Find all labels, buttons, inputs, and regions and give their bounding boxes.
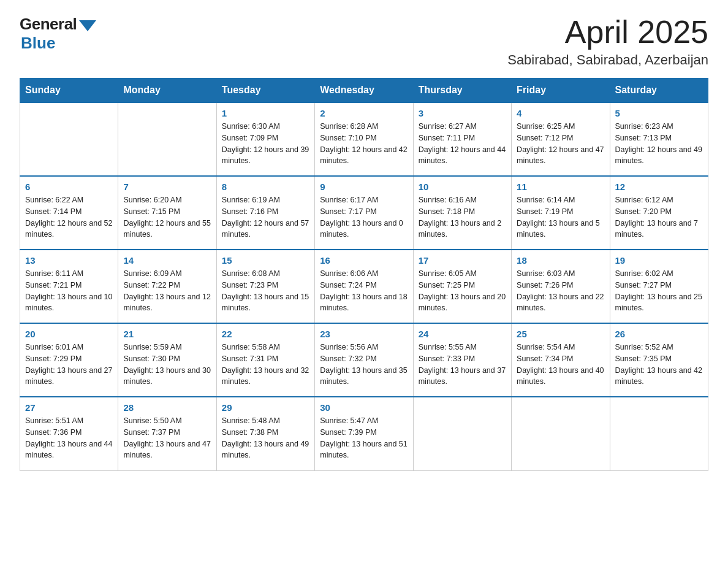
calendar-day-cell: 23Sunrise: 5:56 AMSunset: 7:32 PMDayligh… [315, 323, 413, 397]
day-number: 25 [517, 329, 604, 339]
day-info: Sunrise: 6:19 AMSunset: 7:16 PMDaylight:… [222, 194, 309, 240]
day-number: 12 [615, 182, 703, 192]
day-number: 9 [320, 182, 408, 192]
day-number: 30 [320, 402, 408, 413]
day-number: 2 [320, 108, 408, 118]
day-info: Sunrise: 5:56 AMSunset: 7:32 PMDaylight:… [320, 342, 408, 388]
calendar-day-cell: 18Sunrise: 6:03 AMSunset: 7:26 PMDayligh… [512, 250, 610, 323]
calendar-day-cell: 24Sunrise: 5:55 AMSunset: 7:33 PMDayligh… [413, 323, 511, 397]
day-info: Sunrise: 5:54 AMSunset: 7:34 PMDaylight:… [517, 342, 604, 388]
day-info: Sunrise: 5:47 AMSunset: 7:39 PMDaylight:… [320, 415, 408, 461]
month-title: April 2025 [507, 15, 708, 50]
day-number: 10 [419, 182, 506, 192]
location-title: Sabirabad, Sabirabad, Azerbaijan [507, 52, 708, 68]
day-info: Sunrise: 5:51 AMSunset: 7:36 PMDaylight:… [25, 415, 113, 461]
calendar-day-cell: 9Sunrise: 6:17 AMSunset: 7:17 PMDaylight… [315, 176, 413, 250]
calendar-day-cell: 21Sunrise: 5:59 AMSunset: 7:30 PMDayligh… [118, 323, 216, 397]
calendar-day-cell: 16Sunrise: 6:06 AMSunset: 7:24 PMDayligh… [315, 250, 413, 323]
day-info: Sunrise: 6:06 AMSunset: 7:24 PMDaylight:… [320, 268, 408, 314]
calendar-week-row: 6Sunrise: 6:22 AMSunset: 7:14 PMDaylight… [20, 176, 708, 250]
day-number: 7 [123, 182, 211, 192]
day-number: 4 [517, 108, 604, 118]
calendar-day-cell: 8Sunrise: 6:19 AMSunset: 7:16 PMDaylight… [216, 176, 314, 250]
day-info: Sunrise: 6:30 AMSunset: 7:09 PMDaylight:… [222, 121, 309, 167]
calendar-week-row: 27Sunrise: 5:51 AMSunset: 7:36 PMDayligh… [20, 397, 708, 470]
title-section: April 2025 Sabirabad, Sabirabad, Azerbai… [507, 15, 708, 68]
day-info: Sunrise: 6:23 AMSunset: 7:13 PMDaylight:… [615, 121, 703, 167]
day-number: 1 [222, 108, 309, 118]
day-info: Sunrise: 6:16 AMSunset: 7:18 PMDaylight:… [419, 194, 506, 240]
calendar-day-cell: 10Sunrise: 6:16 AMSunset: 7:18 PMDayligh… [413, 176, 511, 250]
day-number: 26 [615, 329, 703, 339]
day-info: Sunrise: 6:25 AMSunset: 7:12 PMDaylight:… [517, 121, 604, 167]
calendar-week-row: 20Sunrise: 6:01 AMSunset: 7:29 PMDayligh… [20, 323, 708, 397]
day-info: Sunrise: 6:02 AMSunset: 7:27 PMDaylight:… [615, 268, 703, 314]
calendar-day-cell: 13Sunrise: 6:11 AMSunset: 7:21 PMDayligh… [20, 250, 118, 323]
calendar-day-cell [413, 397, 511, 470]
day-info: Sunrise: 5:52 AMSunset: 7:35 PMDaylight:… [615, 342, 703, 388]
calendar-weekday-header: Friday [512, 79, 610, 103]
calendar-day-cell: 19Sunrise: 6:02 AMSunset: 7:27 PMDayligh… [610, 250, 708, 323]
calendar-day-cell: 12Sunrise: 6:12 AMSunset: 7:20 PMDayligh… [610, 176, 708, 250]
day-info: Sunrise: 6:28 AMSunset: 7:10 PMDaylight:… [320, 121, 408, 167]
logo: General Blue [20, 15, 96, 53]
calendar-day-cell: 22Sunrise: 5:58 AMSunset: 7:31 PMDayligh… [216, 323, 314, 397]
calendar-day-cell: 17Sunrise: 6:05 AMSunset: 7:25 PMDayligh… [413, 250, 511, 323]
day-info: Sunrise: 6:12 AMSunset: 7:20 PMDaylight:… [615, 194, 703, 240]
page-header: General Blue April 2025 Sabirabad, Sabir… [20, 15, 708, 68]
calendar-day-cell: 27Sunrise: 5:51 AMSunset: 7:36 PMDayligh… [20, 397, 118, 470]
day-info: Sunrise: 5:50 AMSunset: 7:37 PMDaylight:… [123, 415, 211, 461]
day-info: Sunrise: 5:58 AMSunset: 7:31 PMDaylight:… [222, 342, 309, 388]
calendar-day-cell [610, 397, 708, 470]
calendar-week-row: 1Sunrise: 6:30 AMSunset: 7:09 PMDaylight… [20, 102, 708, 176]
calendar-table: SundayMondayTuesdayWednesdayThursdayFrid… [20, 78, 708, 471]
day-number: 6 [25, 182, 113, 192]
day-info: Sunrise: 6:20 AMSunset: 7:15 PMDaylight:… [123, 194, 211, 240]
day-info: Sunrise: 6:09 AMSunset: 7:22 PMDaylight:… [123, 268, 211, 314]
calendar-day-cell: 29Sunrise: 5:48 AMSunset: 7:38 PMDayligh… [216, 397, 314, 470]
day-number: 17 [419, 255, 506, 266]
day-number: 3 [419, 108, 506, 118]
calendar-day-cell: 26Sunrise: 5:52 AMSunset: 7:35 PMDayligh… [610, 323, 708, 397]
calendar-day-cell [20, 102, 118, 176]
day-info: Sunrise: 5:59 AMSunset: 7:30 PMDaylight:… [123, 342, 211, 388]
day-number: 22 [222, 329, 309, 339]
day-number: 27 [25, 402, 113, 413]
day-number: 18 [517, 255, 604, 266]
day-info: Sunrise: 6:03 AMSunset: 7:26 PMDaylight:… [517, 268, 604, 314]
calendar-week-row: 13Sunrise: 6:11 AMSunset: 7:21 PMDayligh… [20, 250, 708, 323]
day-number: 19 [615, 255, 703, 266]
day-number: 24 [419, 329, 506, 339]
day-number: 5 [615, 108, 703, 118]
day-number: 16 [320, 255, 408, 266]
day-number: 14 [123, 255, 211, 266]
calendar-weekday-header: Thursday [413, 79, 511, 103]
calendar-day-cell: 5Sunrise: 6:23 AMSunset: 7:13 PMDaylight… [610, 102, 708, 176]
calendar-day-cell: 15Sunrise: 6:08 AMSunset: 7:23 PMDayligh… [216, 250, 314, 323]
day-info: Sunrise: 6:17 AMSunset: 7:17 PMDaylight:… [320, 194, 408, 240]
calendar-weekday-header: Sunday [20, 79, 118, 103]
calendar-day-cell: 1Sunrise: 6:30 AMSunset: 7:09 PMDaylight… [216, 102, 314, 176]
calendar-day-cell: 11Sunrise: 6:14 AMSunset: 7:19 PMDayligh… [512, 176, 610, 250]
logo-arrow-icon [79, 20, 96, 31]
day-info: Sunrise: 6:11 AMSunset: 7:21 PMDaylight:… [25, 268, 113, 314]
day-number: 11 [517, 182, 604, 192]
day-info: Sunrise: 6:05 AMSunset: 7:25 PMDaylight:… [419, 268, 506, 314]
day-number: 23 [320, 329, 408, 339]
day-info: Sunrise: 6:27 AMSunset: 7:11 PMDaylight:… [419, 121, 506, 167]
day-info: Sunrise: 6:01 AMSunset: 7:29 PMDaylight:… [25, 342, 113, 388]
day-number: 8 [222, 182, 309, 192]
day-info: Sunrise: 5:48 AMSunset: 7:38 PMDaylight:… [222, 415, 309, 461]
day-info: Sunrise: 5:55 AMSunset: 7:33 PMDaylight:… [419, 342, 506, 388]
calendar-header-row: SundayMondayTuesdayWednesdayThursdayFrid… [20, 79, 708, 103]
calendar-day-cell: 3Sunrise: 6:27 AMSunset: 7:11 PMDaylight… [413, 102, 511, 176]
day-number: 13 [25, 255, 113, 266]
day-info: Sunrise: 6:08 AMSunset: 7:23 PMDaylight:… [222, 268, 309, 314]
calendar-day-cell: 7Sunrise: 6:20 AMSunset: 7:15 PMDaylight… [118, 176, 216, 250]
day-number: 29 [222, 402, 309, 413]
day-number: 21 [123, 329, 211, 339]
calendar-day-cell: 6Sunrise: 6:22 AMSunset: 7:14 PMDaylight… [20, 176, 118, 250]
day-info: Sunrise: 6:22 AMSunset: 7:14 PMDaylight:… [25, 194, 113, 240]
calendar-day-cell: 4Sunrise: 6:25 AMSunset: 7:12 PMDaylight… [512, 102, 610, 176]
calendar-day-cell [512, 397, 610, 470]
